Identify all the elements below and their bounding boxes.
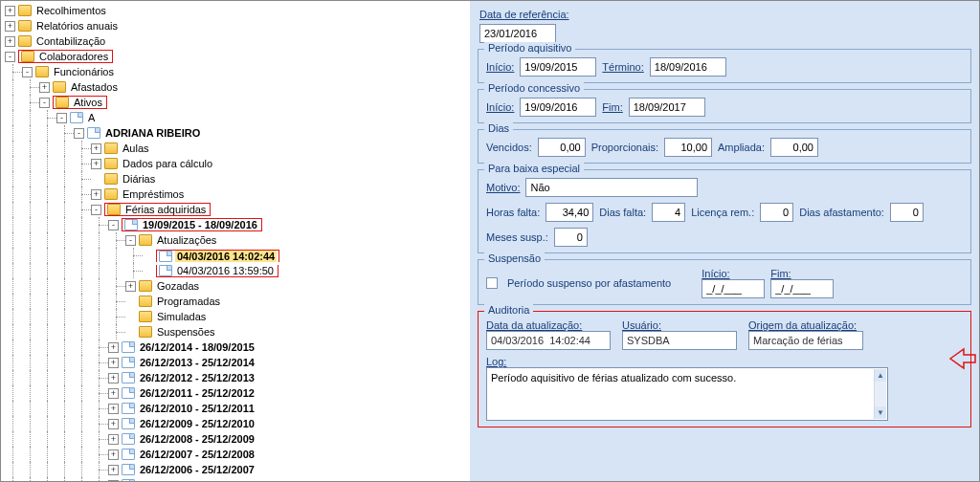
tree-node-diarias[interactable]: Diárias: [1, 171, 470, 186]
tree-label: 19/09/2015 - 18/09/2016: [141, 219, 259, 230]
tree-node-letter[interactable]: - A: [1, 110, 470, 125]
expand-icon[interactable]: +: [108, 358, 119, 368]
collapse-icon[interactable]: -: [56, 113, 67, 123]
tree-node-dados-calc[interactable]: + Dados para cálculo: [1, 156, 470, 171]
tree-node-ferias-adq[interactable]: - Férias adquiridas: [1, 202, 470, 217]
expand-icon[interactable]: +: [108, 419, 119, 429]
meses-susp-input[interactable]: [554, 228, 588, 247]
audit-data-input[interactable]: [486, 331, 611, 350]
group-title: Período concessivo: [484, 82, 584, 94]
scroll-up-icon[interactable]: ▲: [875, 369, 886, 382]
expand-icon[interactable]: +: [91, 143, 101, 154]
horas-falta-input[interactable]: [546, 203, 593, 222]
expand-icon[interactable]: +: [125, 281, 136, 292]
scrollbar[interactable]: ▲ ▼: [874, 369, 886, 419]
proporcionais-input[interactable]: [664, 138, 712, 157]
tree-node-aulas[interactable]: + Aulas: [1, 141, 470, 156]
motivo-input[interactable]: [525, 178, 698, 197]
susp-inicio-input[interactable]: [702, 279, 765, 298]
tree-node-period[interactable]: +26/12/2008 - 25/12/2009: [1, 431, 470, 447]
tree-node-ativos[interactable]: - Ativos: [1, 95, 470, 110]
audit-user-input[interactable]: [622, 331, 737, 350]
tree-node-period[interactable]: +26/12/2005 - 25/12/2006: [1, 477, 470, 481]
tree-label: Aulas: [121, 142, 151, 154]
expand-icon[interactable]: +: [108, 449, 119, 460]
tree-node-period[interactable]: +26/12/2012 - 25/12/2013: [1, 370, 470, 385]
folder-icon: [104, 173, 118, 185]
susp-fim-label: Fim:: [770, 268, 834, 279]
expand-icon[interactable]: +: [5, 6, 15, 16]
tree-node-afastados[interactable]: + Afastados: [1, 79, 470, 95]
audit-origem-input[interactable]: [748, 331, 863, 350]
doc-icon: [122, 479, 135, 481]
form-panel: Data de referência: Período aquisitivo I…: [470, 1, 979, 481]
suspenso-checkbox[interactable]: [486, 277, 498, 289]
collapse-icon[interactable]: -: [74, 128, 84, 139]
tree-node-period[interactable]: +26/12/2006 - 25/12/2007: [1, 462, 470, 477]
expand-icon[interactable]: +: [108, 465, 119, 475]
group-title: Para baixa especial: [484, 163, 584, 174]
tree-node-funcionarios[interactable]: - Funcionários: [1, 64, 470, 79]
tree-node-period[interactable]: +26/12/2014 - 18/09/2015: [1, 340, 470, 355]
doc-icon: [122, 433, 135, 445]
tree-label: Gozadas: [155, 280, 201, 292]
tree-node-colaboradores[interactable]: - Colaboradores: [1, 49, 470, 64]
expand-icon[interactable]: +: [108, 342, 119, 353]
tree-node-period[interactable]: +26/12/2009 - 25/12/2010: [1, 416, 470, 431]
doc-icon: [70, 112, 83, 123]
audit-log-box[interactable]: Período aquisitivo de férias atualizado …: [486, 367, 888, 421]
tree-node-gozadas[interactable]: + Gozadas: [1, 278, 470, 294]
suspenso-check-label: Período suspenso por afastamento: [507, 277, 671, 289]
concessivo-fim-input[interactable]: [629, 98, 705, 117]
tree-label: A: [86, 112, 97, 123]
dias-afast-input[interactable]: [890, 203, 924, 222]
tree-node-period[interactable]: +26/12/2010 - 25/12/2011: [1, 401, 470, 416]
ampliada-input[interactable]: [770, 138, 818, 157]
meses-susp-label: Meses susp.:: [486, 231, 548, 243]
tree-node-period[interactable]: +26/12/2007 - 25/12/2008: [1, 447, 470, 462]
tree-node-atualizacoes[interactable]: - Atualizações: [1, 232, 470, 248]
collapse-icon[interactable]: -: [5, 52, 15, 62]
collapse-icon[interactable]: -: [22, 67, 33, 77]
collapse-icon[interactable]: -: [91, 205, 101, 215]
dias-falta-input[interactable]: [652, 203, 685, 222]
expand-icon[interactable]: +: [5, 21, 15, 32]
collapse-icon[interactable]: -: [39, 98, 50, 108]
collapse-icon[interactable]: -: [125, 235, 136, 246]
expand-icon[interactable]: +: [108, 388, 119, 399]
tree-node-employee[interactable]: - ADRIANA RIBEIRO: [1, 125, 470, 141]
expand-icon[interactable]: +: [91, 159, 101, 169]
susp-fim-input[interactable]: [770, 279, 834, 298]
expand-icon[interactable]: +: [39, 82, 50, 93]
tree-node-suspensoes[interactable]: Suspensões: [1, 324, 470, 340]
expand-icon[interactable]: +: [108, 434, 119, 445]
dias-afast-label: Dias afastamento:: [799, 207, 884, 218]
tree-node-update-1[interactable]: 04/03/2016 14:02:44: [1, 248, 470, 263]
expand-icon[interactable]: +: [108, 480, 119, 482]
tree-node-period[interactable]: +26/12/2011 - 25/12/2012: [1, 385, 470, 401]
expand-icon[interactable]: +: [108, 404, 119, 414]
tree-node-simuladas[interactable]: Simuladas: [1, 309, 470, 324]
tree-node-recolhimentos[interactable]: + Recolhimentos: [1, 3, 470, 18]
tree-node-contabilizacao[interactable]: + Contabilização: [1, 33, 470, 49]
expand-icon[interactable]: +: [5, 36, 15, 47]
scroll-down-icon[interactable]: ▼: [875, 406, 886, 419]
tree-node-emprestimos[interactable]: + Empréstimos: [1, 186, 470, 202]
tree-label: Férias adquiridas: [123, 204, 208, 215]
tree-node-period[interactable]: +26/12/2013 - 25/12/2014: [1, 355, 470, 370]
aquisitivo-inicio-input[interactable]: [520, 57, 596, 77]
vencidos-input[interactable]: [538, 138, 586, 157]
concessivo-inicio-input[interactable]: [520, 98, 596, 117]
tree-node-update-2[interactable]: 04/03/2016 13:59:50: [1, 263, 470, 278]
folder-icon: [18, 5, 32, 16]
expand-icon[interactable]: +: [108, 373, 119, 383]
conc-fim-label: Fim:: [602, 101, 622, 113]
aquisitivo-termino-input[interactable]: [650, 57, 726, 77]
collapse-icon[interactable]: -: [108, 220, 119, 230]
tree-node-period-open[interactable]: - 19/09/2015 - 18/09/2016: [1, 217, 470, 232]
tree-node-relatorios[interactable]: + Relatórios anuais: [1, 18, 470, 33]
expand-icon[interactable]: +: [91, 189, 101, 200]
licenca-rem-input[interactable]: [760, 203, 793, 222]
tree-node-programadas[interactable]: Programadas: [1, 294, 470, 309]
ref-date-input[interactable]: [479, 24, 556, 43]
